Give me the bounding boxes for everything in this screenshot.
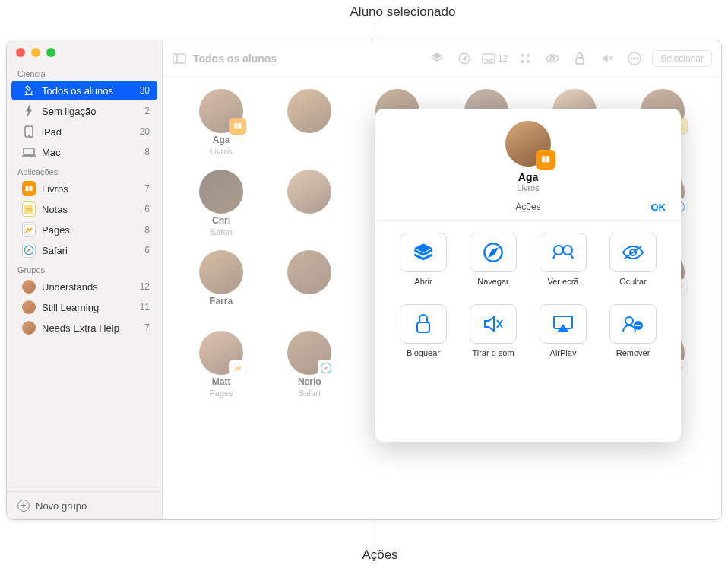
action-tirar-som: Tirar o som xyxy=(464,304,523,357)
sidebar-item-count: 8 xyxy=(144,224,150,235)
sidebar-item-sem-ligação[interactable]: Sem ligação 2 xyxy=(11,101,157,121)
svg-line-53 xyxy=(553,254,555,259)
sidebar-item-count: 2 xyxy=(144,106,150,116)
action-label: Ocultar xyxy=(619,277,646,286)
ok-button[interactable]: OK xyxy=(651,201,666,213)
sidebar-item-label: Todos os alunos xyxy=(42,85,140,97)
sidebar-item-label: Notas xyxy=(42,204,144,215)
ver-ecra-icon xyxy=(552,243,574,262)
action-ver-ecra: Ver ecrã xyxy=(533,233,593,286)
action-button-bloquear[interactable] xyxy=(400,304,447,344)
bloquear-icon xyxy=(415,313,432,335)
ocultar-icon xyxy=(622,244,644,261)
action-ocultar: Ocultar xyxy=(603,233,663,286)
close-window-button[interactable] xyxy=(16,48,25,57)
sidebar-item-label: Understands xyxy=(42,281,140,293)
sidebar-group-needs-extra-help[interactable]: Needs Extra Help 7 xyxy=(11,318,157,338)
app-window: Ciência Todos os alunos 30 Sem ligação 2… xyxy=(6,40,722,520)
main-area: Todos os alunos 12 Selecionar Aga Livros… xyxy=(163,40,721,519)
pages-app-icon xyxy=(22,222,36,237)
sidebar-item-count: 30 xyxy=(140,85,150,96)
sidebar-item-count: 7 xyxy=(144,183,150,194)
livros-app-icon xyxy=(22,181,36,196)
new-group-button[interactable]: + Novo grupo xyxy=(7,491,162,519)
sidebar-item-count: 6 xyxy=(144,204,150,214)
zoom-window-button[interactable] xyxy=(46,48,55,57)
action-abrir: Abrir xyxy=(394,233,453,286)
sidebar-app-pages[interactable]: Pages 8 xyxy=(11,220,157,240)
action-label: Bloquear xyxy=(407,348,440,357)
action-button-remover[interactable] xyxy=(609,304,657,344)
action-label: AirPlay xyxy=(550,348,577,357)
svg-point-2 xyxy=(29,135,30,136)
selected-student-avatar xyxy=(505,121,551,167)
sidebar-item-count: 11 xyxy=(140,302,150,313)
sidebar-app-notas[interactable]: Notas 6 xyxy=(11,199,157,219)
sidebar-app-livros[interactable]: Livros 7 xyxy=(11,179,157,198)
action-button-ocultar[interactable] xyxy=(609,233,657,272)
group-avatar-icon xyxy=(22,321,36,335)
mac-icon xyxy=(22,145,36,159)
sidebar-item-label: Still Learning xyxy=(42,302,140,313)
action-label: Navegar xyxy=(477,277,509,286)
action-label: Ver ecrã xyxy=(548,277,579,286)
safari-app-icon xyxy=(22,243,36,258)
sidebar-app-safari[interactable]: Safari 6 xyxy=(11,240,157,260)
remover-icon xyxy=(622,315,644,333)
sidebar-item-label: Mac xyxy=(42,147,144,158)
sidebar-item-label: iPad xyxy=(42,126,140,138)
action-label: Abrir xyxy=(414,277,432,286)
sidebar-item-count: 7 xyxy=(144,322,150,333)
sidebar-item-mac[interactable]: Mac 8 xyxy=(11,142,157,162)
sidebar-item-label: Sem ligação xyxy=(42,106,144,117)
action-navegar: Navegar xyxy=(464,233,523,286)
action-button-abrir[interactable] xyxy=(400,233,447,272)
ipad-icon xyxy=(22,125,36,138)
svg-rect-57 xyxy=(417,322,429,332)
sidebar-group-understands[interactable]: Understands 12 xyxy=(11,277,157,297)
group-avatar-icon xyxy=(22,300,36,314)
selected-student-app: Livros xyxy=(517,183,539,192)
notas-app-icon xyxy=(22,201,36,217)
svg-rect-3 xyxy=(24,148,34,155)
bolt-icon xyxy=(22,104,36,118)
app-badge-livros-icon xyxy=(536,150,555,170)
group-avatar-icon xyxy=(22,280,36,294)
action-label: Tirar o som xyxy=(472,348,514,357)
airplay-icon xyxy=(552,315,574,333)
sidebar-item-label: Pages xyxy=(42,224,144,236)
actions-popup: Aga Livros Ações OK Abrir Navegar Ver ec… xyxy=(375,109,681,442)
svg-point-61 xyxy=(625,317,633,325)
action-button-ver-ecra[interactable] xyxy=(540,233,587,272)
selected-student-name: Aga xyxy=(518,171,538,183)
svg-rect-5 xyxy=(24,205,33,214)
svg-point-51 xyxy=(563,246,572,255)
sidebar-section-groups: Grupos xyxy=(7,261,162,276)
sidebar-item-ipad[interactable]: iPad 20 xyxy=(11,122,157,141)
minimize-window-button[interactable] xyxy=(31,48,40,57)
sidebar-item-label: Needs Extra Help xyxy=(42,322,144,334)
action-button-navegar[interactable] xyxy=(470,233,517,272)
action-button-airplay[interactable] xyxy=(540,304,587,344)
sidebar: Ciência Todos os alunos 30 Sem ligação 2… xyxy=(7,40,163,519)
window-controls xyxy=(7,40,162,65)
action-bloquear: Bloquear xyxy=(394,304,453,357)
microscope-icon xyxy=(22,84,36,97)
action-button-tirar-som[interactable] xyxy=(470,304,517,344)
sidebar-section-apps: Aplicações xyxy=(7,163,162,178)
action-label: Remover xyxy=(616,348,650,357)
svg-line-54 xyxy=(571,254,573,259)
callout-selected-student: Aluno selecionado xyxy=(327,5,479,20)
action-airplay: AirPlay xyxy=(533,304,593,357)
sidebar-item-count: 20 xyxy=(140,126,150,137)
navegar-icon xyxy=(483,242,504,263)
new-group-label: Novo grupo xyxy=(36,500,87,512)
plus-circle-icon: + xyxy=(17,500,30,512)
action-remover: Remover xyxy=(603,304,663,357)
sidebar-item-todos-os-alunos[interactable]: Todos os alunos 30 xyxy=(11,81,157,100)
sidebar-group-still-learning[interactable]: Still Learning 11 xyxy=(11,297,157,317)
sidebar-item-count: 8 xyxy=(144,147,150,157)
sidebar-section-class: Ciência xyxy=(7,65,162,80)
sidebar-item-count: 6 xyxy=(144,245,150,255)
tirar-som-icon xyxy=(483,314,504,334)
